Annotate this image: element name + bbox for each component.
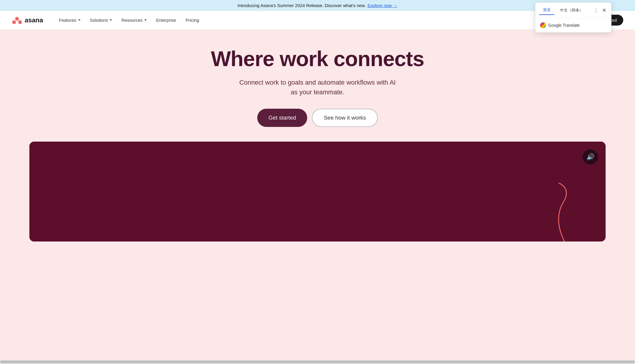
translate-tab-chinese[interactable]: 中文（简体） bbox=[556, 6, 587, 15]
translate-tab-english[interactable]: 英语 bbox=[539, 6, 555, 15]
volume-icon: 🔊 bbox=[586, 153, 594, 161]
nav-solutions[interactable]: Solutions bbox=[86, 15, 116, 25]
nav-links: Features Solutions Resources Enterprise … bbox=[55, 15, 560, 25]
asana-logo-text: asana bbox=[25, 16, 43, 24]
get-started-button[interactable]: Get started bbox=[257, 109, 307, 127]
hero-subtitle: Connect work to goals and automate workf… bbox=[12, 78, 623, 97]
nav-resources[interactable]: Resources bbox=[117, 15, 151, 25]
nav-enterprise[interactable]: Enterprise bbox=[152, 15, 180, 25]
svg-point-0 bbox=[15, 17, 19, 21]
more-options-icon[interactable]: ⋮ bbox=[592, 6, 600, 15]
chevron-down-icon bbox=[78, 19, 81, 21]
translate-popup: 英语 中文（简体） ⋮ ✕ Google Translate bbox=[535, 2, 611, 33]
video-container: 🔊 bbox=[29, 142, 606, 241]
asana-logo-icon bbox=[12, 15, 22, 26]
nav-pricing[interactable]: Pricing bbox=[181, 15, 203, 25]
video-inner: 🔊 bbox=[29, 142, 606, 241]
close-icon[interactable]: ✕ bbox=[601, 6, 608, 15]
video-decoration bbox=[547, 183, 570, 241]
mute-button[interactable]: 🔊 bbox=[583, 149, 598, 165]
chevron-down-icon bbox=[110, 19, 112, 21]
google-translate-logo-icon bbox=[540, 22, 546, 28]
asana-logo[interactable]: asana bbox=[12, 15, 43, 26]
google-translate-label: Google Translate bbox=[548, 23, 580, 28]
see-how-it-works-button[interactable]: See how it works bbox=[312, 109, 378, 127]
hero-buttons: Get started See how it works bbox=[12, 109, 623, 127]
translate-popup-header: 英语 中文（简体） ⋮ ✕ bbox=[535, 3, 611, 18]
hero-section: Where work connects Connect work to goal… bbox=[0, 30, 635, 253]
chevron-down-icon bbox=[144, 19, 147, 21]
nav-features[interactable]: Features bbox=[55, 15, 84, 25]
announcement-text: Introducing Asana's Summer 2024 Release.… bbox=[238, 3, 366, 8]
explore-now-link[interactable]: Explore now → bbox=[367, 3, 397, 8]
hero-title: Where work connects bbox=[12, 47, 623, 71]
svg-point-2 bbox=[18, 20, 22, 24]
translate-popup-body: Google Translate bbox=[535, 18, 611, 32]
svg-point-1 bbox=[12, 20, 16, 24]
